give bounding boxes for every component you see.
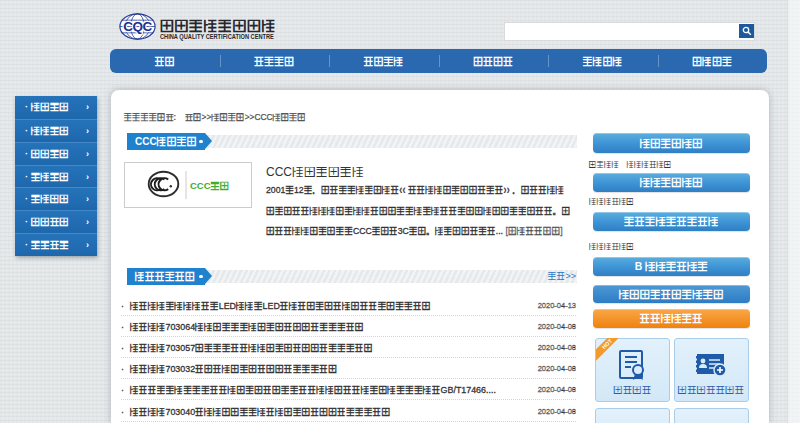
svg-text:CCC认证: CCC认证 [190,181,230,191]
svg-text:CQC: CQC [123,19,152,34]
